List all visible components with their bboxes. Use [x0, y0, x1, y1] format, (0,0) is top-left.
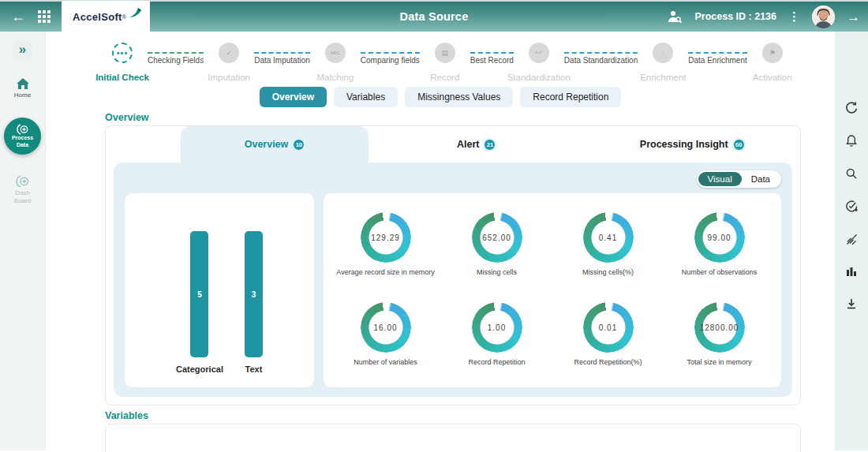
search-icon[interactable] — [845, 167, 858, 180]
accelsoft-logo: AccelSoft® — [62, 1, 150, 32]
trend-lines-off-icon[interactable] — [845, 233, 859, 245]
connector-label: Comparing fields — [361, 56, 420, 65]
step-matching[interactable]: ABC Matching — [310, 43, 361, 82]
step-initial-check[interactable]: ••• Initial Check — [97, 43, 148, 82]
tab-variables[interactable]: Variables — [334, 87, 398, 107]
top-bar: ← AccelSoft® Data Source Process ID : 21… — [0, 0, 868, 32]
gauge-label: Number of observations — [682, 268, 758, 276]
metrics-gauge-grid: 129.29 Average record size in memory 652… — [324, 193, 781, 387]
step-imputation[interactable]: ✓ Imputation — [204, 43, 254, 82]
kebab-menu-icon[interactable]: ⋮ — [788, 9, 800, 24]
toggle-data[interactable]: Data — [742, 172, 780, 186]
right-toolbar — [835, 32, 868, 450]
inner-tab-label: Overview — [245, 139, 289, 150]
count-badge: 00 — [733, 139, 745, 151]
connector-label: Data Enrichment — [688, 56, 746, 65]
left-sidebar: » Home Process Data Dash Board — [0, 32, 46, 450]
sidebar-item-process-data[interactable]: Process Data — [4, 118, 41, 155]
gauge-value: 0.01 — [583, 302, 634, 353]
gauge-average-record-size: 129.29 Average record size in memory — [330, 212, 441, 290]
main-tab-bar: Overview Variables Missingness Values Re… — [46, 87, 835, 107]
sidebar-item-label: Home — [14, 92, 31, 99]
logo-text: AccelSoft — [73, 11, 122, 23]
bar: 5 — [190, 231, 208, 357]
dots-icon: ∴ — [653, 43, 673, 63]
book-icon: ▤ — [435, 43, 455, 63]
gauge-record-repetition: 1.00 Record Repetition — [441, 302, 552, 379]
gauge-missing-cells: 652.00 Missing cells — [441, 212, 552, 290]
step-record[interactable]: ▤ Record — [420, 43, 470, 82]
step-label: Standardization — [507, 73, 571, 82]
bar-value: 5 — [197, 290, 202, 299]
bar-chart-icon[interactable] — [845, 265, 858, 278]
step-label: Record — [430, 73, 459, 82]
gauge-value: 652.00 — [472, 212, 522, 263]
refresh-icon[interactable] — [845, 101, 859, 114]
step-activation[interactable]: ⚑ Activation — [747, 43, 798, 82]
gauge-value: 12800.00 — [694, 302, 745, 353]
connector-label: Checking Fields — [148, 56, 204, 65]
tab-missingness-values[interactable]: Missingness Values — [405, 87, 513, 107]
main-content: ••• Initial Check Checking Fields ✓ Impu… — [46, 32, 835, 450]
count-badge: 21 — [484, 139, 496, 151]
step-label: Enrichment — [640, 73, 686, 82]
bar-value: 3 — [252, 290, 256, 299]
gauge-record-repetition-pct: 0.01 Record Repetition(%) — [552, 302, 664, 379]
apps-grid-icon[interactable] — [38, 10, 51, 23]
step-label: Initial Check — [95, 73, 149, 82]
sidebar-item-label: Dash Board — [11, 189, 35, 206]
person-search-icon[interactable] — [667, 9, 683, 24]
inner-tab-processing-insight[interactable]: Processing Insight 00 — [585, 126, 801, 162]
stepper-connector: Data Imputation — [254, 43, 310, 65]
stepper-connector: Data Enrichment — [688, 43, 746, 65]
step-label: Matching — [316, 73, 354, 82]
step-label: Activation — [753, 73, 792, 82]
stepper-connector: Comparing fields — [361, 43, 420, 65]
tab-record-repetition[interactable]: Record Repetition — [520, 87, 621, 107]
gauge-value: 1.00 — [472, 302, 522, 353]
process-data-icon — [17, 124, 29, 135]
variable-types-bar-chart: 5 Categorical 3 Text — [125, 193, 314, 387]
step-enrichment[interactable]: ∴ Enrichment — [638, 43, 688, 82]
step-label: Imputation — [208, 73, 250, 82]
gauge-label: Record Repetition(%) — [574, 358, 642, 366]
inner-tab-overview[interactable]: Overview 10 — [181, 126, 369, 162]
gauge-label: Total size in memory — [687, 358, 751, 366]
stepper-connector: Data Standardization — [564, 43, 638, 65]
process-id-label: Process ID : 2136 — [694, 11, 776, 22]
expand-sidebar-icon[interactable]: » — [13, 41, 32, 60]
back-arrow-icon[interactable]: ← — [11, 9, 25, 24]
step-standardization[interactable]: ≡✓ Standardization — [514, 43, 564, 82]
inner-tab-label: Alert — [457, 139, 479, 150]
connector-label: Data Standardization — [564, 56, 638, 65]
sidebar-item-home[interactable]: Home — [14, 77, 31, 99]
inner-tab-alert[interactable]: Alert 21 — [369, 126, 585, 162]
dashboard-icon — [16, 175, 30, 188]
user-avatar[interactable] — [812, 6, 835, 28]
gauge-value: 0.41 — [583, 212, 634, 263]
overview-panel: Visual Data 5 Categorical — [114, 162, 792, 397]
gauge-label: Missing cells(%) — [582, 268, 634, 276]
logo-trademark: ® — [122, 14, 126, 20]
overview-section-heading: Overview — [105, 112, 801, 123]
connector-label: Data Imputation — [254, 56, 310, 65]
bar-categorical[interactable]: 5 Categorical — [176, 231, 223, 374]
forward-arrow-icon[interactable]: → — [847, 10, 860, 24]
process-stepper: ••• Initial Check Checking Fields ✓ Impu… — [97, 43, 784, 82]
home-icon — [16, 77, 30, 90]
gauge-label: Record Repetition — [468, 358, 525, 366]
toggle-visual[interactable]: Visual — [698, 172, 742, 186]
inner-tab-bar: Overview 10 Alert 21 Processing Insight … — [106, 126, 800, 162]
tab-overview[interactable]: Overview — [260, 87, 327, 107]
bar-text[interactable]: 3 Text — [245, 231, 263, 374]
gauge-missing-cells-pct: 0.41 Missing cells(%) — [552, 212, 664, 290]
gauge-number-of-variables: 16.00 Number of variables — [330, 302, 441, 379]
variables-card — [105, 424, 801, 452]
notifications-bell-icon[interactable] — [845, 134, 858, 148]
gauge-label: Missing cells — [477, 268, 517, 276]
page-title: Data Source — [400, 10, 469, 23]
download-icon[interactable] — [845, 297, 858, 311]
sidebar-item-dashboard[interactable]: Dash Board — [11, 175, 35, 206]
task-check-add-icon[interactable] — [845, 200, 859, 213]
inner-tab-label: Processing Insight — [640, 139, 728, 150]
